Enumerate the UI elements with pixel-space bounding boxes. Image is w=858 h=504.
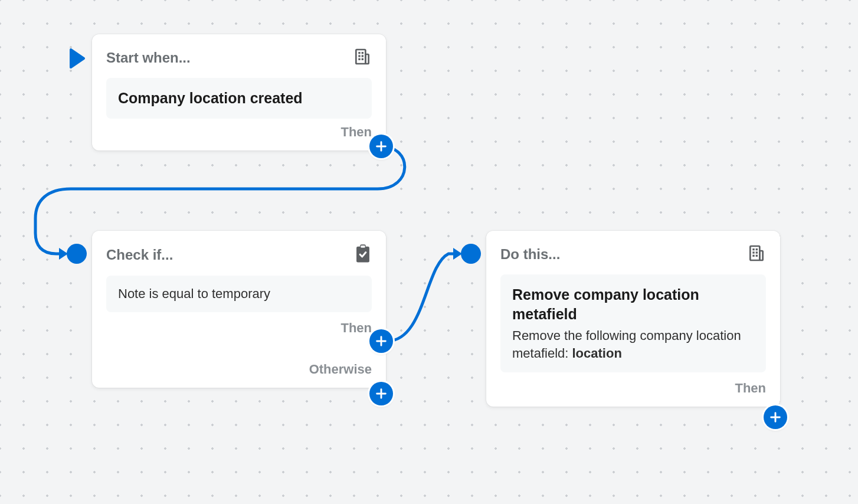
then-label: Then	[340, 320, 372, 336]
svg-rect-11	[750, 246, 759, 260]
plus-icon	[375, 387, 388, 400]
condition-text: Note is equal to temporary	[118, 286, 360, 302]
add-then-button[interactable]	[369, 135, 393, 158]
svg-rect-16	[756, 251, 758, 253]
action-description: Remove the following company location me…	[512, 327, 754, 362]
clipboard-check-icon	[354, 244, 372, 266]
trigger-footer: Then	[106, 125, 372, 140]
card-header: Start when...	[106, 47, 372, 68]
svg-rect-13	[752, 248, 754, 250]
building-icon	[747, 244, 766, 265]
play-icon	[70, 48, 86, 71]
svg-rect-10	[361, 246, 365, 248]
svg-rect-3	[362, 52, 363, 54]
then-label: Then	[735, 381, 766, 396]
plus-icon	[375, 335, 388, 348]
action-footer: Then	[500, 381, 766, 396]
plus-icon	[769, 411, 782, 424]
then-label: Then	[340, 125, 372, 140]
add-then-button[interactable]	[369, 329, 393, 353]
card-title-label: Start when...	[106, 50, 191, 66]
svg-rect-6	[358, 58, 360, 60]
svg-rect-12	[759, 251, 762, 260]
action-title: Remove company location metafield	[512, 285, 754, 323]
trigger-title: Company location created	[118, 89, 360, 108]
add-then-button[interactable]	[764, 405, 787, 429]
trigger-content: Company location created	[106, 78, 372, 119]
card-title-label: Do this...	[500, 246, 560, 263]
condition-content: Note is equal to temporary	[106, 276, 372, 312]
trigger-card[interactable]: Start when... Company location created T…	[92, 34, 386, 150]
svg-rect-14	[756, 248, 758, 250]
card-title-label: Check if...	[106, 247, 173, 263]
condition-then-row: Then	[106, 320, 372, 336]
svg-rect-1	[365, 54, 368, 64]
card-header: Do this...	[500, 244, 766, 265]
building-icon	[353, 47, 372, 68]
condition-otherwise-row: Otherwise	[106, 362, 372, 377]
otherwise-label: Otherwise	[309, 362, 372, 377]
card-header: Check if...	[106, 244, 372, 266]
svg-rect-17	[752, 255, 754, 257]
svg-rect-2	[358, 52, 360, 54]
svg-rect-4	[358, 55, 360, 57]
workflow-canvas[interactable]: Start when... Company location created T…	[0, 0, 858, 504]
action-node-marker	[461, 244, 481, 264]
condition-card[interactable]: Check if... Note is equal to temporary T…	[92, 231, 386, 388]
svg-rect-7	[362, 58, 363, 60]
action-card[interactable]: Do this... Remove company location metaf…	[486, 231, 780, 407]
condition-node-marker	[67, 244, 87, 264]
svg-rect-0	[356, 50, 365, 64]
action-content: Remove company location metafield Remove…	[500, 274, 766, 372]
svg-rect-18	[756, 255, 758, 257]
svg-rect-15	[752, 251, 754, 253]
plus-icon	[375, 140, 388, 153]
add-otherwise-button[interactable]	[369, 382, 393, 405]
svg-rect-5	[362, 55, 363, 57]
